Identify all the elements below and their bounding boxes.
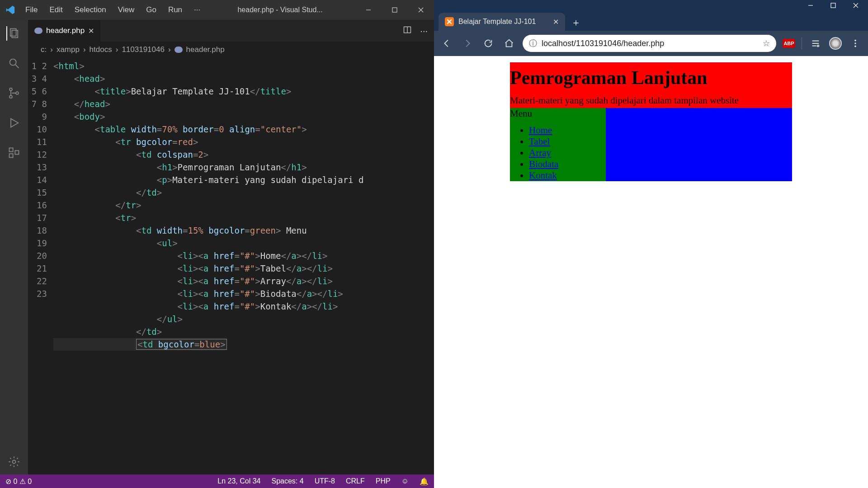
bell-icon[interactable]: 🔔 (420, 477, 429, 486)
back-button[interactable] (439, 36, 454, 51)
menu-link-kontak[interactable]: Kontak (529, 170, 557, 181)
vscode-titlebar: File Edit Selection View Go Run ··· head… (0, 0, 434, 20)
menu-run[interactable]: Run (164, 4, 187, 16)
menu-link-biodata[interactable]: Biodata (529, 159, 558, 169)
reading-list-icon[interactable] (808, 36, 823, 51)
menu-link-array[interactable]: Array (529, 147, 551, 158)
run-debug-icon[interactable] (7, 116, 21, 130)
svg-point-24 (854, 46, 856, 47)
menu-link-home[interactable]: Home (529, 125, 552, 136)
reload-button[interactable] (481, 36, 495, 51)
adblock-plus-icon[interactable]: ABP (783, 39, 795, 48)
activity-bar (0, 20, 28, 474)
breadcrumb-item[interactable]: htdocs (90, 45, 112, 54)
breadcrumb-item[interactable]: xampp (57, 45, 80, 54)
page-viewport[interactable]: Pemrograman Lanjutan Materi-materi yang … (434, 56, 868, 488)
extensions-icon[interactable] (7, 145, 21, 160)
explorer-icon[interactable] (6, 26, 21, 41)
status-language[interactable]: PHP (376, 477, 391, 485)
menu-go[interactable]: Go (142, 4, 161, 16)
window-close-button[interactable] (408, 0, 434, 20)
status-eol[interactable]: CRLF (346, 477, 365, 485)
editor-tab-label: header.php (46, 26, 85, 35)
chrome-tabstrip: Belajar Template JJ-101 ✕ ＋ (434, 11, 868, 31)
menu-file[interactable]: File (21, 4, 42, 16)
list-item: Array (529, 147, 606, 159)
address-bar[interactable]: ⓘ localhost/1103191046/header.php ☆ (523, 35, 776, 52)
breadcrumb-item[interactable]: 1103191046 (122, 45, 165, 54)
source-control-icon[interactable] (7, 86, 21, 100)
line-numbers: 1 2 3 4 5 6 7 8 9 10 11 12 13 14 15 16 1… (28, 58, 53, 474)
status-errors[interactable]: ⊘ 0 ⚠ 0 (5, 477, 32, 486)
vscode-menubar: File Edit Selection View Go Run ··· (21, 4, 205, 16)
forward-button[interactable] (460, 36, 475, 51)
menu-view[interactable]: View (113, 4, 139, 16)
minimap[interactable] (398, 58, 434, 98)
svg-point-22 (854, 40, 856, 42)
browser-tab[interactable]: Belajar Template JJ-101 ✕ (439, 13, 565, 31)
search-icon[interactable] (7, 56, 21, 70)
menu-label: Menu (510, 108, 532, 119)
list-item: Home (529, 125, 606, 136)
php-file-icon (34, 28, 42, 34)
close-icon[interactable]: ✕ (553, 18, 559, 26)
close-icon[interactable]: ✕ (88, 27, 94, 35)
status-bar: ⊘ 0 ⚠ 0 Ln 23, Col 34 Spaces: 4 UTF-8 CR… (0, 474, 434, 488)
content-cell (606, 108, 792, 181)
svg-point-9 (9, 95, 12, 98)
svg-point-23 (854, 42, 856, 44)
editor-tab-header-php[interactable]: header.php ✕ (28, 20, 100, 42)
breadcrumb-item[interactable]: c: (41, 45, 47, 54)
svg-point-6 (10, 59, 16, 66)
list-item: Kontak (529, 170, 606, 181)
split-editor-icon[interactable] (403, 25, 412, 36)
menu-edit[interactable]: Edit (45, 4, 67, 16)
svg-rect-4 (10, 29, 16, 36)
code-editor[interactable]: 1 2 3 4 5 6 7 8 9 10 11 12 13 14 15 16 1… (28, 58, 434, 474)
menu-selection[interactable]: Selection (70, 4, 111, 16)
feedback-icon[interactable]: ☺ (401, 477, 409, 485)
chrome-menu-icon[interactable] (848, 36, 863, 51)
code-content[interactable]: <html> <head> <title>Belajar Template JJ… (53, 58, 434, 474)
svg-point-21 (817, 45, 819, 47)
status-spaces[interactable]: Spaces: 4 (271, 477, 303, 485)
vscode-window: File Edit Selection View Go Run ··· head… (0, 0, 434, 488)
more-actions-icon[interactable]: ··· (420, 26, 428, 36)
chrome-window: Belajar Template JJ-101 ✕ ＋ ⓘ localhost/… (434, 0, 868, 488)
menu-link-tabel[interactable]: Tabel (529, 136, 550, 147)
window-close-button[interactable] (845, 0, 866, 11)
chrome-titlebar (434, 0, 868, 11)
window-minimize-button[interactable] (800, 0, 821, 11)
menu-more[interactable]: ··· (189, 4, 205, 16)
svg-rect-18 (831, 3, 835, 8)
status-encoding[interactable]: UTF-8 (315, 477, 335, 485)
svg-rect-5 (12, 30, 18, 38)
page-title: Pemrograman Lanjutan (510, 67, 792, 89)
settings-gear-icon[interactable] (7, 455, 21, 469)
breadcrumb[interactable]: c:› xampp› htdocs› 1103191046› header.ph… (28, 42, 434, 58)
svg-point-10 (16, 92, 19, 94)
window-minimize-button[interactable] (355, 0, 382, 20)
window-maximize-button[interactable] (823, 0, 844, 11)
list-item: Biodata (529, 159, 606, 170)
site-info-icon[interactable]: ⓘ (529, 38, 537, 49)
menu-list: Home Tabel Array Biodata Kontak (510, 125, 606, 181)
bookmark-star-icon[interactable]: ☆ (763, 38, 770, 48)
profile-avatar[interactable] (829, 37, 842, 50)
url-text: localhost/1103191046/header.php (542, 39, 664, 48)
svg-point-8 (9, 88, 12, 91)
home-button[interactable] (502, 36, 516, 51)
svg-rect-13 (15, 150, 19, 154)
window-maximize-button[interactable] (382, 0, 408, 20)
xampp-favicon-icon (445, 17, 454, 26)
page-subtitle: Materi-materi yang sudah dipelajari dala… (510, 95, 792, 106)
menu-cell: Menu Home Tabel Array Biodata Kontak (510, 108, 606, 181)
status-cursor[interactable]: Ln 23, Col 34 (217, 477, 260, 485)
new-tab-button[interactable]: ＋ (568, 14, 584, 31)
breadcrumb-item[interactable]: header.php (186, 45, 225, 54)
svg-rect-11 (9, 148, 13, 152)
list-item: Tabel (529, 136, 606, 147)
window-title: header.php - Visual Stud... (205, 6, 355, 14)
vscode-logo-icon (5, 5, 15, 15)
page-header-cell: Pemrograman Lanjutan Materi-materi yang … (510, 62, 792, 108)
